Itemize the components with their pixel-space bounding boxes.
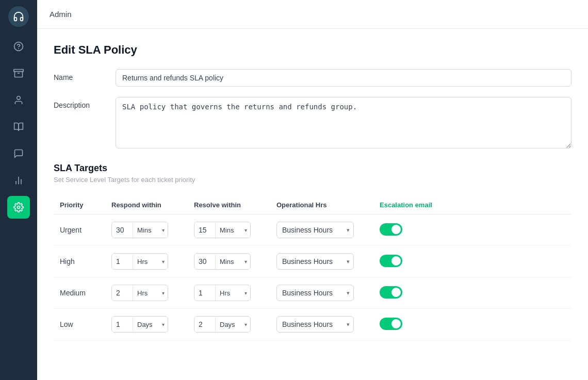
svg-rect-2 (14, 70, 23, 72)
operational-cell: Business HoursCalendar Hours24/7 (270, 309, 373, 340)
sla-targets-subtitle: Set Service Level Targets for each ticke… (54, 176, 571, 184)
table-row: Urgent MinsHrsDays MinsHrsDays (54, 214, 571, 246)
name-row: Name (54, 69, 571, 87)
resolve-cell: MinsHrsDays (188, 309, 270, 340)
resolve-input-group: MinsHrsDays (194, 222, 251, 238)
resolve-value-input[interactable] (194, 222, 215, 238)
toggle-check-icon: ✓ (395, 226, 399, 233)
toggle-check-icon: ✓ (395, 289, 399, 295)
operational-select[interactable]: Business HoursCalendar Hours24/7 (276, 316, 354, 333)
respond-cell: MinsHrsDays (105, 309, 188, 340)
respond-cell: MinsHrsDays (105, 214, 188, 246)
sidebar-item-analytics[interactable] (7, 169, 30, 192)
main-content: Admin Edit SLA Policy Name Description S… (37, 0, 588, 380)
respond-input-group: MinsHrsDays (111, 253, 168, 270)
sidebar-item-inbox[interactable] (7, 62, 30, 85)
toggle-check-icon: ✓ (395, 320, 399, 327)
resolve-input-group: MinsHrsDays (194, 285, 251, 301)
svg-point-8 (18, 206, 20, 209)
sidebar-item-help[interactable] (7, 35, 30, 58)
priority-cell: High (54, 246, 105, 277)
priority-cell: Urgent (54, 214, 105, 246)
content-area: Edit SLA Policy Name Description SLA pol… (37, 29, 588, 380)
resolve-unit-select[interactable]: MinsHrsDays (215, 254, 250, 269)
header-title: Admin (50, 10, 72, 19)
resolve-input-group: MinsHrsDays (194, 253, 251, 270)
resolve-unit-wrapper: MinsHrsDays (215, 223, 250, 238)
sidebar (0, 0, 37, 380)
operational-cell: Business HoursCalendar Hours24/7 (270, 214, 373, 246)
header: Admin (37, 0, 588, 29)
escalation-toggle[interactable]: ✓ (380, 286, 402, 299)
col-resolve: Resolve within (188, 196, 270, 214)
description-input[interactable]: SLA policy that governs the returns and … (116, 97, 571, 148)
escalation-toggle[interactable]: ✓ (380, 255, 402, 267)
description-label: Description (54, 97, 116, 109)
toggle-check-icon: ✓ (395, 257, 399, 264)
resolve-value-input[interactable] (194, 254, 215, 269)
operational-select[interactable]: Business HoursCalendar Hours24/7 (276, 253, 354, 270)
respond-unit-select[interactable]: MinsHrsDays (133, 223, 168, 238)
col-priority: Priority (54, 196, 105, 214)
operational-select[interactable]: Business HoursCalendar Hours24/7 (276, 222, 354, 238)
respond-input-group: MinsHrsDays (111, 285, 168, 301)
resolve-cell: MinsHrsDays (188, 246, 270, 277)
operational-cell: Business HoursCalendar Hours24/7 (270, 246, 373, 277)
svg-point-4 (17, 96, 21, 100)
table-row: Low MinsHrsDays MinsHrsDays (54, 309, 571, 340)
respond-unit-select[interactable]: MinsHrsDays (133, 286, 168, 301)
resolve-cell: MinsHrsDays (188, 277, 270, 309)
sidebar-item-knowledge[interactable] (7, 115, 30, 138)
operational-cell: Business HoursCalendar Hours24/7 (270, 277, 373, 309)
respond-unit-wrapper: MinsHrsDays (133, 286, 168, 301)
sidebar-item-reports[interactable] (7, 142, 30, 165)
respond-unit-wrapper: MinsHrsDays (133, 223, 168, 238)
resolve-unit-wrapper: MinsHrsDays (215, 286, 250, 301)
resolve-unit-wrapper: MinsHrsDays (215, 317, 250, 332)
respond-value-input[interactable] (112, 254, 133, 269)
operational-select-wrapper: Business HoursCalendar Hours24/7 (276, 316, 354, 333)
escalation-cell: ✓ (373, 309, 571, 340)
respond-unit-wrapper: MinsHrsDays (133, 254, 168, 269)
operational-select-wrapper: Business HoursCalendar Hours24/7 (276, 285, 354, 301)
escalation-toggle[interactable]: ✓ (380, 223, 402, 236)
respond-cell: MinsHrsDays (105, 277, 188, 309)
respond-value-input[interactable] (112, 285, 133, 301)
col-operational: Operational Hrs (270, 196, 373, 214)
respond-unit-select[interactable]: MinsHrsDays (133, 317, 168, 332)
table-row: Medium MinsHrsDays MinsHrsDays (54, 277, 571, 309)
sidebar-item-contacts[interactable] (7, 89, 30, 111)
escalation-toggle[interactable]: ✓ (380, 318, 402, 330)
sla-targets-title: SLA Targets (54, 163, 571, 174)
resolve-value-input[interactable] (194, 317, 215, 332)
escalation-cell: ✓ (373, 277, 571, 309)
operational-select-wrapper: Business HoursCalendar Hours24/7 (276, 222, 354, 238)
priority-cell: Medium (54, 277, 105, 309)
respond-unit-select[interactable]: MinsHrsDays (133, 254, 168, 269)
priority-cell: Low (54, 309, 105, 340)
sidebar-item-settings[interactable] (7, 196, 30, 219)
sidebar-logo[interactable] (8, 6, 29, 27)
respond-value-input[interactable] (112, 317, 133, 332)
resolve-unit-select[interactable]: MinsHrsDays (215, 286, 250, 301)
respond-value-input[interactable] (112, 222, 133, 238)
page-title: Edit SLA Policy (54, 43, 571, 57)
description-row: Description SLA policy that governs the … (54, 97, 571, 148)
respond-unit-wrapper: MinsHrsDays (133, 317, 168, 332)
name-label: Name (54, 69, 116, 81)
escalation-cell: ✓ (373, 246, 571, 277)
resolve-unit-select[interactable]: MinsHrsDays (215, 223, 250, 238)
respond-cell: MinsHrsDays (105, 246, 188, 277)
operational-select-wrapper: Business HoursCalendar Hours24/7 (276, 253, 354, 270)
resolve-input-group: MinsHrsDays (194, 316, 251, 333)
resolve-value-input[interactable] (194, 285, 215, 301)
operational-select[interactable]: Business HoursCalendar Hours24/7 (276, 285, 354, 301)
table-row: High MinsHrsDays MinsHrsDays (54, 246, 571, 277)
escalation-cell: ✓ (373, 214, 571, 246)
name-input[interactable] (116, 69, 571, 87)
resolve-unit-select[interactable]: MinsHrsDays (215, 317, 250, 332)
sla-targets-section: SLA Targets Set Service Level Targets fo… (54, 163, 571, 340)
respond-input-group: MinsHrsDays (111, 316, 168, 333)
resolve-unit-wrapper: MinsHrsDays (215, 254, 250, 269)
resolve-cell: MinsHrsDays (188, 214, 270, 246)
